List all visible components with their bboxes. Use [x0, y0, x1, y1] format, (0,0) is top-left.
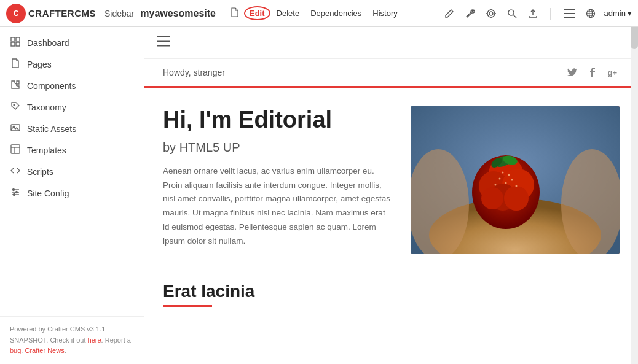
scroll-thumb[interactable]	[631, 27, 638, 49]
globe-icon	[586, 9, 596, 18]
section-title: Erat lacinia	[163, 282, 620, 301]
sidebar-item-taxonomy[interactable]: Taxonomy	[0, 96, 144, 118]
site-name: myawesomesite	[140, 8, 216, 19]
sidebar-item-static-assets[interactable]: Static Assets	[0, 118, 144, 139]
svg-point-43	[481, 187, 503, 209]
bug-link[interactable]: bug	[10, 347, 21, 354]
sidebar-nav: Dashboard Pages Components	[0, 27, 144, 316]
file-icon-button[interactable]	[224, 5, 244, 21]
svg-rect-33	[157, 41, 170, 42]
section-title-underline	[163, 305, 212, 307]
hamburger-icon	[157, 36, 170, 47]
sidebar-item-label: Dashboard	[27, 38, 69, 48]
sidebar-item-pages[interactable]: Pages	[0, 53, 144, 75]
globe-icon-button[interactable]	[583, 6, 598, 21]
twitter-icon	[567, 68, 577, 77]
nav-actions: Edit Delete Dependencies History	[244, 6, 403, 20]
edit-button[interactable]: Edit	[244, 6, 270, 20]
dependencies-button[interactable]: Dependencies	[305, 6, 366, 20]
hero-image	[411, 106, 620, 254]
delete-button[interactable]: Delete	[272, 6, 305, 20]
sidebar-label[interactable]: Sidebar	[104, 9, 134, 18]
svg-rect-8	[564, 9, 575, 10]
svg-rect-23	[11, 145, 20, 153]
svg-point-0	[487, 10, 495, 17]
here-link[interactable]: here	[88, 336, 101, 344]
svg-point-29	[13, 189, 15, 191]
target-icon-button[interactable]	[484, 6, 498, 21]
history-button[interactable]: History	[368, 6, 402, 20]
hero-image-svg	[411, 106, 620, 254]
sidebar-item-label: Components	[27, 81, 76, 91]
sidebar-item-label: Templates	[27, 145, 66, 155]
svg-point-47	[511, 179, 513, 181]
sidebar-item-components[interactable]: Components	[0, 75, 144, 96]
svg-point-1	[489, 12, 493, 15]
sidebar-item-dashboard[interactable]: Dashboard	[0, 32, 144, 53]
crafter-logo: C	[6, 4, 26, 23]
upload-icon-button[interactable]	[526, 6, 540, 21]
svg-line-7	[513, 15, 516, 18]
admin-button[interactable]: admin ▾	[604, 9, 632, 18]
puzzle-icon	[10, 80, 21, 91]
wrench-icon-button[interactable]	[463, 6, 478, 21]
sliders-icon	[10, 187, 21, 199]
hamburger-button[interactable]	[157, 36, 170, 50]
tag-icon	[10, 101, 21, 113]
svg-point-31	[14, 194, 15, 196]
hero-subtitle: by HTML5 UP	[163, 141, 392, 155]
sidebar-item-templates[interactable]: Templates	[0, 139, 144, 161]
main-area: Dashboard Pages Components	[0, 27, 638, 364]
howdy-bar: Howdy, stranger g+	[144, 59, 638, 88]
code-icon	[10, 166, 21, 177]
svg-point-30	[16, 192, 18, 193]
content-panel: Howdy, stranger g+ Hi	[144, 27, 638, 364]
grid-icon	[10, 37, 21, 48]
search-icon-button[interactable]	[505, 6, 519, 21]
second-section: Erat lacinia	[144, 266, 638, 313]
howdy-text: Howdy, stranger	[163, 68, 225, 77]
menu-icon-button[interactable]	[561, 6, 577, 21]
layout-icon	[10, 144, 21, 156]
hero-body: Aenean ornare velit lacus, ac varius eni…	[163, 165, 392, 249]
svg-rect-18	[11, 42, 15, 46]
pencil-icon-button[interactable]	[442, 6, 457, 21]
sidebar-item-scripts[interactable]: Scripts	[0, 161, 144, 182]
svg-rect-19	[16, 42, 20, 46]
sidebar: Dashboard Pages Components	[0, 27, 144, 364]
hamburger-bar	[144, 27, 638, 59]
googleplus-text: g+	[607, 68, 617, 77]
svg-rect-9	[564, 13, 575, 14]
svg-point-6	[508, 10, 514, 15]
svg-point-50	[516, 185, 518, 187]
sidebar-item-label: Scripts	[27, 167, 53, 177]
social-icons: g+	[565, 65, 620, 80]
svg-rect-16	[11, 37, 15, 41]
search-icon	[507, 9, 517, 18]
upload-icon	[528, 9, 538, 18]
toolbar-divider: |	[549, 6, 552, 20]
pages-icon	[10, 58, 21, 70]
facebook-icon	[589, 68, 595, 77]
logo-area: C CRAFTERCMS	[6, 4, 96, 23]
sidebar-item-label: Site Config	[27, 188, 69, 198]
svg-point-20	[14, 104, 15, 106]
sidebar-item-label: Pages	[27, 60, 52, 69]
sidebar-item-label: Static Assets	[27, 124, 76, 134]
crafter-news-link[interactable]: Crafter News	[25, 347, 64, 354]
scrollbar[interactable]	[631, 27, 638, 364]
sidebar-item-site-config[interactable]: Site Config	[0, 182, 144, 204]
twitter-icon-button[interactable]	[565, 65, 580, 80]
googleplus-icon-button[interactable]: g+	[605, 65, 620, 80]
svg-point-46	[499, 178, 501, 180]
svg-rect-34	[157, 45, 170, 47]
menu-icon	[564, 9, 575, 18]
file-icon	[229, 7, 239, 17]
hero-title: Hi, I'm Editorial	[163, 106, 392, 134]
svg-point-42	[504, 186, 529, 211]
image-icon	[10, 123, 21, 134]
svg-rect-32	[157, 36, 170, 37]
facebook-icon-button[interactable]	[587, 65, 597, 80]
top-navbar: C CRAFTERCMS Sidebar myawesomesite Edit …	[0, 0, 638, 27]
hero-text: Hi, I'm Editorial by HTML5 UP Aenean orn…	[163, 106, 392, 249]
